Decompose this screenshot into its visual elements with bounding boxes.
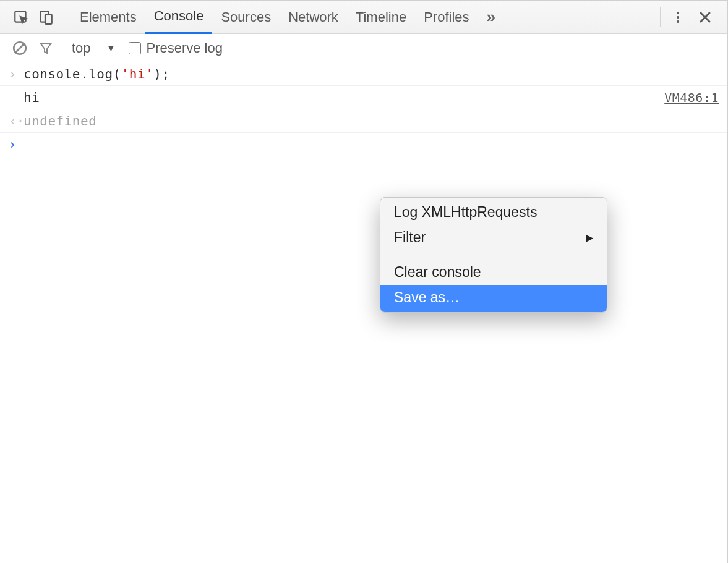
svg-point-4 [677,16,679,19]
ctx-item-label: Filter [394,229,426,246]
preserve-log-label: Preserve log [146,40,223,56]
svg-point-5 [677,20,679,23]
result-value: undefined [24,114,719,129]
log-message: hi [24,90,664,105]
ctx-clear-console[interactable]: Clear console [380,258,607,285]
tabbar-right [656,7,719,27]
ctx-separator [380,255,607,255]
log-source-link[interactable]: VM486:1 [664,90,719,105]
console-log-row: hi VM486:1 [0,86,727,109]
console-result-row: ‹· undefined [0,109,727,133]
console-toolbar: top ▼ Preserve log [0,34,727,62]
tab-console[interactable]: Console [145,1,213,34]
filter-icon[interactable] [35,41,57,56]
tab-elements[interactable]: Elements [71,1,145,34]
divider [660,7,661,27]
tabs: Elements Console Sources Network Timelin… [71,1,478,34]
ctx-log-xhr[interactable]: Log XMLHttpRequests [380,198,607,225]
ctx-save-as[interactable]: Save as… [380,285,607,312]
input-marker-icon: › [9,67,24,82]
submenu-arrow-icon: ▶ [586,232,593,243]
svg-rect-2 [45,14,52,23]
ctx-filter[interactable]: Filter ▶ [380,225,607,252]
close-icon[interactable] [692,10,719,25]
prompt-marker-icon: › [9,137,24,152]
tab-network[interactable]: Network [280,1,347,34]
console-input-code: console.log('hi'); [24,67,719,82]
devtools-tabbar: Elements Console Sources Network Timelin… [0,1,727,34]
divider [61,9,61,26]
console-prompt-row[interactable]: › [0,133,727,156]
ctx-item-label: Log XMLHttpRequests [394,204,537,221]
result-marker-icon: ‹· [9,114,24,129]
inspect-icon[interactable] [9,9,33,25]
kebab-icon[interactable] [664,10,692,25]
svg-point-3 [677,12,679,14]
context-menu: Log XMLHttpRequests Filter ▶ Clear conso… [380,197,607,313]
device-icon[interactable] [33,9,58,25]
ctx-item-label: Clear console [394,264,481,281]
tab-timeline[interactable]: Timeline [347,1,415,34]
chevron-down-icon: ▼ [107,43,116,53]
preserve-log-checkbox[interactable] [129,42,141,54]
tab-profiles[interactable]: Profiles [415,1,477,34]
clear-console-icon[interactable] [9,40,31,56]
tabs-overflow-icon[interactable]: » [487,7,495,27]
tab-sources[interactable]: Sources [212,1,280,34]
execution-context-value: top [72,40,91,56]
svg-line-9 [16,44,24,52]
console-output: › console.log('hi'); hi VM486:1 ‹· undef… [0,62,727,156]
ctx-item-label: Save as… [394,289,460,306]
execution-context-select[interactable]: top ▼ [67,40,115,56]
console-input-row: › console.log('hi'); [0,62,727,86]
